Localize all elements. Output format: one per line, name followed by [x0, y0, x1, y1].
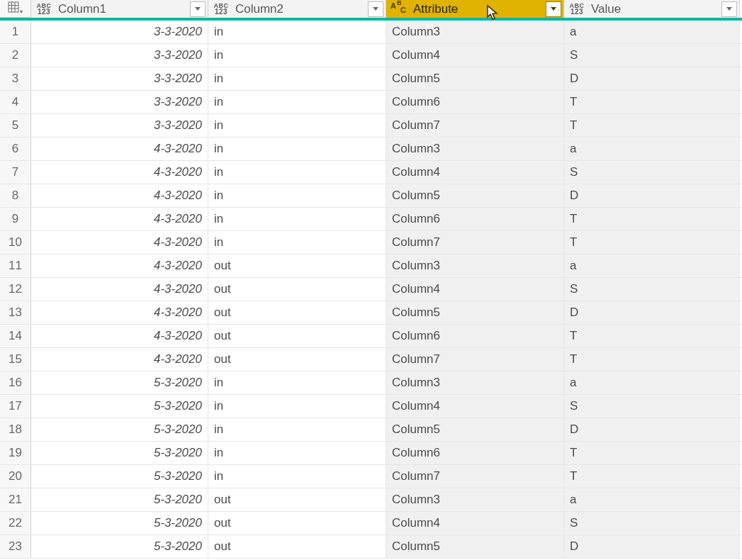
cell-column2[interactable]: in [208, 91, 386, 113]
cell-value[interactable]: T [564, 114, 740, 137]
cell-column1[interactable]: 4-3-2020 [31, 184, 208, 207]
row-number-cell[interactable]: 6 [0, 138, 31, 160]
row-number-cell[interactable]: 16 [0, 371, 31, 394]
cell-column2[interactable]: in [208, 21, 386, 43]
row-number-cell[interactable]: 4 [0, 91, 31, 113]
table-row[interactable]: 185-3-2020inColumn5D [0, 418, 742, 442]
cell-value[interactable]: T [564, 208, 740, 230]
column-header-value[interactable]: ABC 123 Value [564, 0, 740, 18]
cell-column2[interactable]: in [208, 44, 386, 67]
cell-column1[interactable]: 4-3-2020 [31, 208, 208, 230]
cell-value[interactable]: a [564, 488, 740, 511]
cell-column1[interactable]: 5-3-2020 [31, 395, 208, 418]
cell-attribute[interactable]: Column6 [386, 91, 564, 113]
cell-attribute[interactable]: Column3 [386, 138, 564, 160]
table-row[interactable]: 165-3-2020inColumn3a [0, 371, 742, 395]
cell-column2[interactable]: out [208, 512, 386, 534]
cell-attribute[interactable]: Column4 [386, 512, 564, 534]
cell-column1[interactable]: 4-3-2020 [31, 301, 208, 324]
row-number-cell[interactable]: 12 [0, 278, 31, 301]
table-row[interactable]: 225-3-2020outColumn4S [0, 512, 742, 535]
cell-value[interactable]: S [564, 512, 740, 534]
cell-column1[interactable]: 3-3-2020 [31, 114, 208, 137]
cell-column2[interactable]: in [208, 442, 386, 464]
cell-column2[interactable]: in [208, 184, 386, 207]
cell-column2[interactable]: in [208, 371, 386, 394]
cell-attribute[interactable]: Column7 [386, 231, 564, 254]
cell-value[interactable]: T [564, 348, 740, 371]
column-filter-button[interactable] [368, 1, 383, 17]
table-row[interactable]: 13-3-2020inColumn3a [0, 21, 742, 44]
cell-attribute[interactable]: Column3 [386, 371, 564, 394]
cell-attribute[interactable]: Column4 [386, 161, 564, 184]
cell-attribute[interactable]: Column4 [386, 395, 564, 418]
cell-column1[interactable]: 5-3-2020 [31, 465, 208, 488]
cell-column1[interactable]: 5-3-2020 [31, 535, 208, 558]
cell-column2[interactable]: in [208, 114, 386, 137]
cell-value[interactable]: T [564, 325, 740, 347]
cell-value[interactable]: S [564, 44, 740, 67]
row-number-cell[interactable]: 14 [0, 325, 31, 347]
cell-attribute[interactable]: Column3 [386, 254, 564, 277]
row-number-cell[interactable]: 2 [0, 44, 31, 67]
cell-column1[interactable]: 3-3-2020 [31, 21, 208, 43]
cell-column2[interactable]: in [208, 418, 386, 441]
row-number-cell[interactable]: 11 [0, 254, 31, 277]
table-row[interactable]: 64-3-2020inColumn3a [0, 138, 742, 161]
column-header-attribute[interactable]: A B C Attribute [386, 0, 564, 18]
column-header-column1[interactable]: ABC 123 Column1 [31, 0, 208, 18]
cell-attribute[interactable]: Column5 [386, 67, 564, 90]
cell-column2[interactable]: out [208, 301, 386, 324]
cell-value[interactable]: a [564, 21, 740, 43]
cell-column2[interactable]: in [208, 465, 386, 488]
column-filter-button[interactable] [190, 1, 206, 17]
table-row[interactable]: 33-3-2020inColumn5D [0, 67, 742, 91]
cell-attribute[interactable]: Column6 [386, 442, 564, 464]
row-number-cell[interactable]: 9 [0, 208, 31, 230]
cell-attribute[interactable]: Column7 [386, 348, 564, 371]
cell-column2[interactable]: in [208, 395, 386, 418]
cell-attribute[interactable]: Column6 [386, 325, 564, 347]
cell-attribute[interactable]: Column4 [386, 278, 564, 301]
cell-value[interactable]: D [564, 67, 740, 90]
cell-column2[interactable]: in [208, 161, 386, 184]
table-row[interactable]: 23-3-2020inColumn4S [0, 44, 742, 67]
cell-column1[interactable]: 4-3-2020 [31, 325, 208, 347]
cell-attribute[interactable]: Column5 [386, 184, 564, 207]
cell-attribute[interactable]: Column6 [386, 208, 564, 230]
table-row[interactable]: 114-3-2020outColumn3a [0, 254, 742, 278]
cell-attribute[interactable]: Column4 [386, 44, 564, 67]
table-row[interactable]: 74-3-2020inColumn4S [0, 161, 742, 184]
cell-column2[interactable]: out [208, 254, 386, 277]
cell-column1[interactable]: 4-3-2020 [31, 278, 208, 301]
row-number-cell[interactable]: 19 [0, 442, 31, 464]
row-number-cell[interactable]: 5 [0, 114, 31, 137]
table-row[interactable]: 175-3-2020inColumn4S [0, 395, 742, 418]
table-row[interactable]: 215-3-2020outColumn3a [0, 488, 742, 512]
row-number-cell[interactable]: 23 [0, 535, 31, 558]
row-number-cell[interactable]: 10 [0, 231, 31, 254]
table-row[interactable]: 124-3-2020outColumn4S [0, 278, 742, 301]
table-row[interactable]: 154-3-2020outColumn7T [0, 348, 742, 371]
cell-column1[interactable]: 4-3-2020 [31, 348, 208, 371]
table-row[interactable]: 104-3-2020inColumn7T [0, 231, 742, 254]
row-number-cell[interactable]: 18 [0, 418, 31, 441]
table-row[interactable]: 94-3-2020inColumn6T [0, 208, 742, 231]
cell-column2[interactable]: out [208, 535, 386, 558]
row-number-cell[interactable]: 13 [0, 301, 31, 324]
row-number-cell[interactable]: 21 [0, 488, 31, 511]
cell-value[interactable]: S [564, 278, 740, 301]
cell-column2[interactable]: in [208, 138, 386, 160]
cell-value[interactable]: S [564, 161, 740, 184]
cell-column1[interactable]: 3-3-2020 [31, 91, 208, 113]
cell-column2[interactable]: in [208, 208, 386, 230]
row-number-cell[interactable]: 22 [0, 512, 31, 534]
cell-attribute[interactable]: Column5 [386, 418, 564, 441]
cell-column1[interactable]: 5-3-2020 [31, 488, 208, 511]
cell-attribute[interactable]: Column3 [386, 488, 564, 511]
column-header-column2[interactable]: ABC 123 Column2 [208, 0, 386, 18]
cell-column1[interactable]: 3-3-2020 [31, 67, 208, 90]
cell-value[interactable]: D [564, 418, 740, 441]
cell-value[interactable]: a [564, 254, 740, 277]
column-filter-button[interactable] [546, 1, 561, 17]
